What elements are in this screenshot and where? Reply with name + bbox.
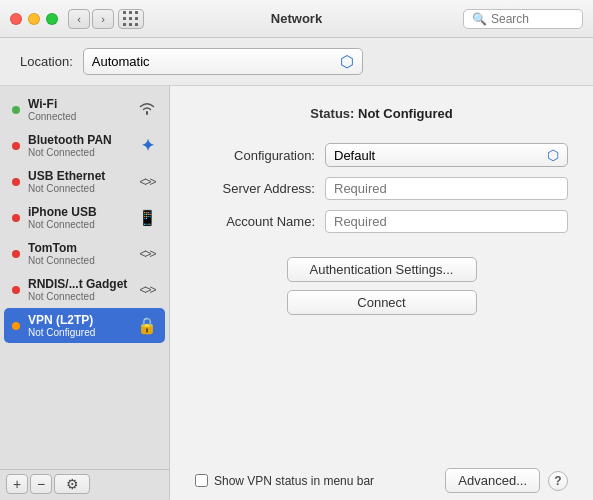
- server-address-control: [325, 177, 568, 200]
- sidebar-item-tomtom[interactable]: TomTom Not Connected <>>: [4, 236, 165, 271]
- item-status-iphone: Not Connected: [28, 219, 129, 230]
- item-name-bluetooth: Bluetooth PAN: [28, 133, 129, 147]
- status-dot-vpn: [12, 322, 20, 330]
- sidebar-item-iphone[interactable]: iPhone USB Not Connected 📱: [4, 200, 165, 235]
- item-status-vpn: Not Configured: [28, 327, 129, 338]
- action-buttons: Authentication Settings... Connect: [195, 257, 568, 315]
- status-dot-usb-ethernet: [12, 178, 20, 186]
- sidebar-toolbar: + − ⚙: [0, 469, 169, 498]
- wifi-icon: [137, 101, 157, 118]
- item-name-vpn: VPN (L2TP): [28, 313, 129, 327]
- maximize-button[interactable]: [46, 13, 58, 25]
- gear-button[interactable]: ⚙: [54, 474, 90, 494]
- status-dot-wifi: [12, 106, 20, 114]
- configuration-value: Default: [334, 148, 375, 163]
- traffic-lights: [10, 13, 58, 25]
- sidebar: Wi-Fi Connected Bluetooth PAN Not Connec…: [0, 86, 170, 500]
- lock-icon: 🔒: [137, 316, 157, 335]
- sidebar-item-usb-ethernet[interactable]: USB Ethernet Not Connected <>>: [4, 164, 165, 199]
- search-box[interactable]: 🔍: [463, 9, 583, 29]
- sidebar-items: Wi-Fi Connected Bluetooth PAN Not Connec…: [0, 91, 169, 469]
- item-name-tomtom: TomTom: [28, 241, 129, 255]
- sidebar-item-rndis[interactable]: RNDIS/...t Gadget Not Connected <>>: [4, 272, 165, 307]
- main-content: Wi-Fi Connected Bluetooth PAN Not Connec…: [0, 86, 593, 500]
- status-dot-bluetooth: [12, 142, 20, 150]
- search-input[interactable]: [491, 12, 581, 26]
- location-select[interactable]: Automatic ⬡: [83, 48, 363, 75]
- advanced-button[interactable]: Advanced...: [445, 468, 540, 493]
- item-status-wifi: Connected: [28, 111, 129, 122]
- back-button[interactable]: ‹: [68, 9, 90, 29]
- item-status-tomtom: Not Connected: [28, 255, 129, 266]
- account-name-input[interactable]: [325, 210, 568, 233]
- status-dot-iphone: [12, 214, 20, 222]
- status-line: Status: Not Configured: [195, 106, 568, 121]
- search-icon: 🔍: [472, 12, 487, 26]
- rndis-ethernet-icon: <>>: [137, 283, 157, 297]
- server-address-input[interactable]: [325, 177, 568, 200]
- auth-settings-button[interactable]: Authentication Settings...: [287, 257, 477, 282]
- configuration-label: Configuration:: [195, 148, 325, 163]
- tomtom-ethernet-icon: <>>: [137, 247, 157, 261]
- item-name-iphone: iPhone USB: [28, 205, 129, 219]
- apps-button[interactable]: [118, 9, 144, 29]
- sidebar-item-bluetooth[interactable]: Bluetooth PAN Not Connected ✦: [4, 128, 165, 163]
- configuration-select[interactable]: Default ⬡: [325, 143, 568, 167]
- remove-button[interactable]: −: [30, 474, 52, 494]
- item-status-bluetooth: Not Connected: [28, 147, 129, 158]
- show-vpn-checkbox-area: Show VPN status in menu bar: [195, 474, 374, 488]
- phone-icon: 📱: [137, 209, 157, 227]
- configuration-arrow-icon: ⬡: [547, 147, 559, 163]
- add-button[interactable]: +: [6, 474, 28, 494]
- status-value: Not Configured: [358, 106, 453, 121]
- configuration-control: Default ⬡: [325, 143, 568, 167]
- sidebar-item-wifi[interactable]: Wi-Fi Connected: [4, 92, 165, 127]
- account-name-row: Account Name:: [195, 210, 568, 233]
- server-address-row: Server Address:: [195, 177, 568, 200]
- bottom-bar: Show VPN status in menu bar Advanced... …: [195, 456, 568, 500]
- status-label: Status:: [310, 106, 358, 121]
- item-name-usb-ethernet: USB Ethernet: [28, 169, 129, 183]
- account-name-control: [325, 210, 568, 233]
- status-dot-rndis: [12, 286, 20, 294]
- forward-button[interactable]: ›: [92, 9, 114, 29]
- show-vpn-checkbox[interactable]: [195, 474, 208, 487]
- location-bar: Location: Automatic ⬡: [0, 38, 593, 86]
- configuration-row: Configuration: Default ⬡: [195, 143, 568, 167]
- nav-buttons: ‹ ›: [68, 9, 114, 29]
- show-vpn-label: Show VPN status in menu bar: [214, 474, 374, 488]
- item-name-rndis: RNDIS/...t Gadget: [28, 277, 129, 291]
- item-name-wifi: Wi-Fi: [28, 97, 129, 111]
- detail-panel: Status: Not Configured Configuration: De…: [170, 86, 593, 500]
- ethernet-icon: <>>: [137, 175, 157, 189]
- location-arrow-icon: ⬡: [340, 52, 354, 71]
- status-dot-tomtom: [12, 250, 20, 258]
- account-name-label: Account Name:: [195, 214, 325, 229]
- close-button[interactable]: [10, 13, 22, 25]
- minimize-button[interactable]: [28, 13, 40, 25]
- item-status-usb-ethernet: Not Connected: [28, 183, 129, 194]
- window-title: Network: [271, 11, 322, 26]
- sidebar-item-vpn[interactable]: VPN (L2TP) Not Configured 🔒: [4, 308, 165, 343]
- item-status-rndis: Not Connected: [28, 291, 129, 302]
- server-address-label: Server Address:: [195, 181, 325, 196]
- location-label: Location:: [20, 54, 73, 69]
- apps-grid-icon: [123, 11, 139, 27]
- bluetooth-icon: ✦: [137, 136, 157, 155]
- connect-button[interactable]: Connect: [287, 290, 477, 315]
- location-value: Automatic: [92, 54, 150, 69]
- titlebar: ‹ › Network 🔍: [0, 0, 593, 38]
- help-button[interactable]: ?: [548, 471, 568, 491]
